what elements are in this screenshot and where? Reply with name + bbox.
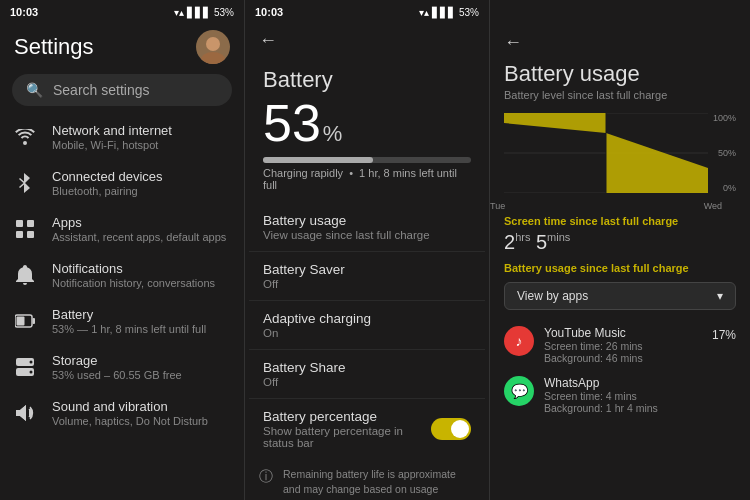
svg-point-11: [30, 361, 33, 364]
status-icons-left: ▾▴ ▋▋▋ 53%: [174, 7, 234, 18]
info-note: ⓘ Remaining battery life is approximate …: [245, 459, 489, 500]
whatsapp-name: WhatsApp: [544, 376, 726, 390]
battery-share-opt-sub: Off: [263, 376, 471, 388]
search-placeholder: Search settings: [53, 82, 150, 98]
svg-marker-16: [504, 113, 606, 133]
adaptive-charging-opt-title: Adaptive charging: [263, 311, 471, 326]
battery-bar-fill: [263, 157, 373, 163]
battery-usage-opt-sub: View usage since last full charge: [263, 229, 471, 241]
battery-share-opt-title: Battery Share: [263, 360, 471, 375]
network-item-text: Network and internet Mobile, Wi-Fi, hots…: [52, 123, 230, 151]
charging-info: Charging rapidly • 1 hr, 8 mins left unt…: [263, 167, 471, 191]
apps-text: Apps Assistant, recent apps, default app…: [52, 215, 230, 243]
connected-devices-title: Connected devices: [52, 169, 230, 184]
battery-panel: 10:03 ▾▴ ▋▋▋ 53% ← Battery 53 % Charging…: [245, 0, 490, 500]
battery-share-option[interactable]: Battery Share Off: [249, 350, 485, 399]
chart-y-labels: 100% 50% 0%: [713, 113, 736, 193]
notifications-text: Notifications Notification history, conv…: [52, 261, 230, 289]
network-item-subtitle: Mobile, Wi-Fi, hotspot: [52, 139, 230, 151]
list-item[interactable]: 💬 WhatsApp Screen time: 4 mins Backgroun…: [490, 370, 750, 420]
apps-icon: [14, 218, 36, 240]
right-panel-header: ← Battery usage Battery level since last…: [490, 20, 750, 113]
sound-title: Sound and vibration: [52, 399, 230, 414]
battery-usage-since-desc: Battery level since last full charge: [504, 89, 736, 101]
apps-title: Apps: [52, 215, 230, 230]
settings-list: Network and internet Mobile, Wi-Fi, hots…: [0, 114, 244, 446]
info-text: Remaining battery life is approximate an…: [283, 467, 475, 496]
info-icon: ⓘ: [259, 468, 273, 486]
battery-saver-opt-title: Battery Saver: [263, 262, 471, 277]
battery-options: Battery usage View usage since last full…: [245, 203, 489, 459]
wifi-status-icon-mid: ▾▴: [419, 7, 429, 18]
search-icon: 🔍: [26, 82, 43, 98]
svg-rect-8: [17, 317, 25, 326]
battery-saver-option[interactable]: Battery Saver Off: [249, 252, 485, 301]
user-avatar[interactable]: [196, 30, 230, 64]
storage-subtitle: 53% used – 60.55 GB free: [52, 369, 230, 381]
status-bar-left: 10:03 ▾▴ ▋▋▋ 53%: [0, 0, 244, 22]
storage-text: Storage 53% used – 60.55 GB free: [52, 353, 230, 381]
sidebar-item-sound[interactable]: Sound and vibration Volume, haptics, Do …: [0, 390, 244, 436]
battery-symbol: %: [323, 121, 343, 147]
wifi-status-icon: ▾▴: [174, 7, 184, 18]
settings-title: Settings: [14, 34, 94, 60]
app-usage-list: ♪ YouTube Music Screen time: 26 mins Bac…: [490, 316, 750, 424]
battery-usage-title: Battery usage: [504, 61, 736, 87]
sidebar-item-apps[interactable]: Apps Assistant, recent apps, default app…: [0, 206, 244, 252]
sidebar-item-network[interactable]: Network and internet Mobile, Wi-Fi, hots…: [0, 114, 244, 160]
svg-rect-7: [33, 318, 36, 324]
sidebar-item-battery[interactable]: Battery 53% — 1 hr, 8 mins left until fu…: [0, 298, 244, 344]
youtube-music-pct: 17%: [712, 326, 736, 342]
battery-subtitle: 53% — 1 hr, 8 mins left until full: [52, 323, 230, 335]
mins-label: mins: [547, 231, 570, 243]
search-bar[interactable]: 🔍 Search settings: [12, 74, 232, 106]
svg-rect-3: [27, 220, 34, 227]
status-time-left: 10:03: [10, 6, 38, 18]
chart-x-wed: Wed: [704, 201, 722, 211]
battery-percentage-toggle[interactable]: [431, 418, 471, 440]
settings-header: Settings: [0, 22, 244, 70]
screen-time-hours: 2: [504, 231, 515, 253]
battery-panel-title: Battery: [263, 67, 471, 93]
charging-text: Charging rapidly: [263, 167, 343, 179]
status-bar-middle: 10:03 ▾▴ ▋▋▋ 53%: [245, 0, 489, 22]
sidebar-item-storage[interactable]: Storage 53% used – 60.55 GB free: [0, 344, 244, 390]
battery-usage-opt-title: Battery usage: [263, 213, 471, 228]
battery-number: 53: [263, 97, 321, 149]
bluetooth-icon: [14, 172, 36, 194]
battery-usage-option[interactable]: Battery usage View usage since last full…: [249, 203, 485, 252]
svg-rect-2: [16, 220, 23, 227]
battery-percent-display: 53 %: [263, 97, 471, 149]
storage-title: Storage: [52, 353, 230, 368]
notifications-subtitle: Notification history, conversations: [52, 277, 230, 289]
list-item[interactable]: ♪ YouTube Music Screen time: 26 mins Bac…: [490, 320, 750, 370]
hrs-label: hrs: [515, 231, 530, 243]
whatsapp-screen-time: Screen time: 4 mins: [544, 390, 726, 402]
back-button-right[interactable]: ←: [504, 28, 736, 61]
youtube-music-icon: ♪: [504, 326, 534, 356]
back-button-middle[interactable]: ←: [245, 22, 489, 59]
screen-time-minutes: 5: [536, 231, 547, 253]
battery-icon: [14, 310, 36, 332]
battery-pct-mid: 53%: [459, 7, 479, 18]
adaptive-charging-option[interactable]: Adaptive charging On: [249, 301, 485, 350]
battery-progress-bar: [263, 157, 471, 163]
signal-icon: ▋▋▋: [187, 7, 211, 18]
whatsapp-details: WhatsApp Screen time: 4 mins Background:…: [544, 376, 726, 414]
sidebar-item-notifications[interactable]: Notifications Notification history, conv…: [0, 252, 244, 298]
sound-text: Sound and vibration Volume, haptics, Do …: [52, 399, 230, 427]
chart-y-0: 0%: [713, 183, 736, 193]
svg-marker-17: [606, 133, 708, 193]
battery-status-icon: 53%: [214, 7, 234, 18]
battery-pct-opt-title: Battery percentage: [263, 409, 431, 424]
signal-icon-mid: ▋▋▋: [432, 7, 456, 18]
chart-x-labels: Tue Wed: [490, 199, 750, 211]
settings-panel: 10:03 ▾▴ ▋▋▋ 53% Settings 🔍 Search setti…: [0, 0, 245, 500]
view-by-apps-dropdown[interactable]: View by apps ▾: [504, 282, 736, 310]
whatsapp-bg-time: Background: 1 hr 4 mins: [544, 402, 726, 414]
battery-percentage-option[interactable]: Battery percentage Show battery percenta…: [249, 399, 485, 459]
battery-usage-panel: ← Battery usage Battery level since last…: [490, 0, 750, 500]
connected-devices-subtitle: Bluetooth, pairing: [52, 185, 230, 197]
sidebar-item-connected-devices[interactable]: Connected devices Bluetooth, pairing: [0, 160, 244, 206]
adaptive-charging-opt-sub: On: [263, 327, 471, 339]
